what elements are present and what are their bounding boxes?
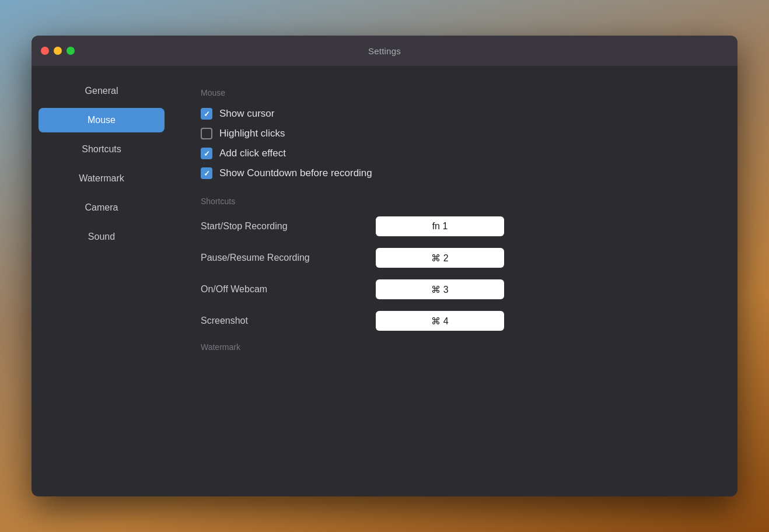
screenshot-row: Screenshot <box>201 311 708 331</box>
on-off-webcam-input[interactable] <box>376 279 504 299</box>
minimize-button[interactable] <box>54 47 62 55</box>
show-countdown-label: Show Countdown before recording <box>219 167 372 179</box>
mouse-section-label: Mouse <box>201 88 708 97</box>
highlight-clicks-label: Highlight clicks <box>219 128 285 139</box>
settings-window: Settings General Mouse Shortcuts Waterma… <box>32 36 737 496</box>
maximize-button[interactable] <box>67 47 75 55</box>
window-title: Settings <box>368 46 401 56</box>
sidebar: General Mouse Shortcuts Watermark Camera… <box>32 66 172 496</box>
show-cursor-checkbox[interactable] <box>201 108 212 120</box>
on-off-webcam-label: On/Off Webcam <box>201 284 376 295</box>
traffic-lights <box>41 47 75 55</box>
mouse-checkboxes: Show cursor Highlight clicks Add click e… <box>201 108 708 179</box>
start-stop-label: Start/Stop Recording <box>201 221 376 232</box>
sidebar-item-mouse[interactable]: Mouse <box>39 108 165 132</box>
main-content: Mouse Show cursor Highlight clicks Add c… <box>172 66 737 496</box>
show-countdown-row: Show Countdown before recording <box>201 167 708 179</box>
show-countdown-checkbox[interactable] <box>201 167 212 179</box>
add-click-effect-row: Add click effect <box>201 148 708 159</box>
sidebar-item-general[interactable]: General <box>39 79 165 103</box>
shortcuts-section: Shortcuts Start/Stop Recording Pause/Res… <box>201 197 708 331</box>
start-stop-row: Start/Stop Recording <box>201 216 708 236</box>
show-cursor-row: Show cursor <box>201 108 708 120</box>
watermark-section-label: Watermark <box>201 342 708 352</box>
sidebar-item-watermark[interactable]: Watermark <box>39 166 165 191</box>
pause-resume-label: Pause/Resume Recording <box>201 253 376 263</box>
add-click-effect-label: Add click effect <box>219 148 286 159</box>
add-click-effect-checkbox[interactable] <box>201 148 212 159</box>
shortcuts-section-label: Shortcuts <box>201 197 708 206</box>
titlebar: Settings <box>32 36 737 66</box>
pause-resume-input[interactable] <box>376 248 504 268</box>
highlight-clicks-row: Highlight clicks <box>201 128 708 139</box>
sidebar-item-shortcuts[interactable]: Shortcuts <box>39 137 165 162</box>
start-stop-input[interactable] <box>376 216 504 236</box>
close-button[interactable] <box>41 47 49 55</box>
screenshot-label: Screenshot <box>201 316 376 326</box>
show-cursor-label: Show cursor <box>219 108 274 120</box>
screenshot-input[interactable] <box>376 311 504 331</box>
sidebar-item-camera[interactable]: Camera <box>39 195 165 220</box>
content-area: General Mouse Shortcuts Watermark Camera… <box>32 66 737 496</box>
highlight-clicks-checkbox[interactable] <box>201 128 212 139</box>
pause-resume-row: Pause/Resume Recording <box>201 248 708 268</box>
on-off-webcam-row: On/Off Webcam <box>201 279 708 299</box>
sidebar-item-sound[interactable]: Sound <box>39 225 165 249</box>
